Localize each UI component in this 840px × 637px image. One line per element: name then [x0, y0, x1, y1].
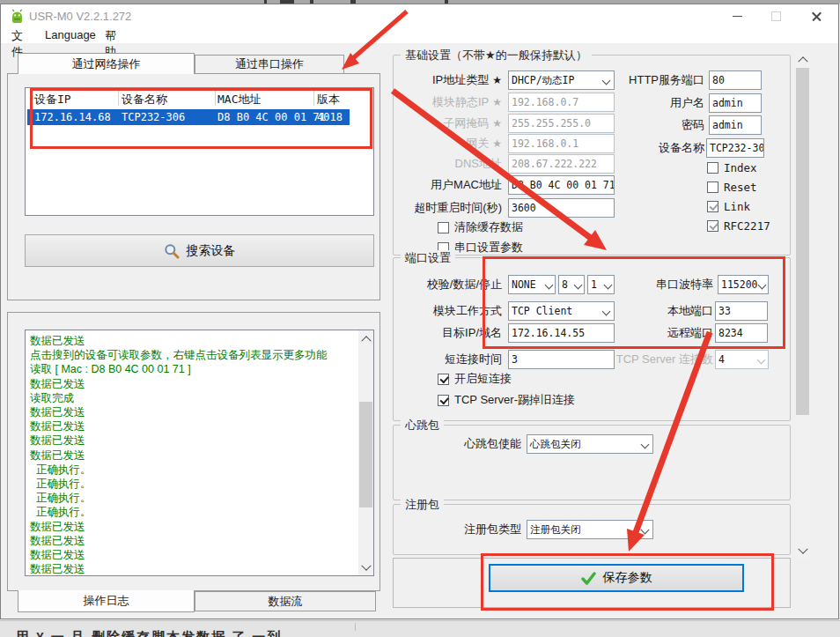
port-settings-title: 端口设置 — [401, 250, 455, 266]
short-connection-checkbox-row[interactable]: 开启短连接 — [438, 373, 512, 385]
kick-old-connection-checkbox[interactable] — [438, 395, 449, 406]
background-window-text-fragments: 用 ¥ 一 旦 删除缓存脚本发数据 了 一到 — [16, 629, 835, 637]
scrollbar-thumb[interactable] — [796, 68, 809, 415]
log-line: 正确执行。 — [26, 491, 373, 505]
password-field[interactable]: admin — [709, 115, 762, 135]
chevron-down-icon — [361, 560, 371, 570]
log-line: 点击搜到的设备可读取参数，右键点击设备列表显示更多功能 — [26, 348, 373, 362]
remote-port-field[interactable]: 8234 — [715, 323, 768, 343]
log-line: 数据已发送 — [26, 419, 373, 433]
base-settings-title: 基础设置（不带★的一般保持默认） — [401, 48, 592, 63]
short-connection-checkbox[interactable] — [438, 374, 449, 385]
kick-old-connection-checkbox-row[interactable]: TCP Server-踢掉旧连接 — [438, 394, 575, 406]
tab-operation-log[interactable]: 操作日志 — [18, 590, 195, 612]
column-header-version[interactable]: 版本 — [317, 92, 340, 107]
rfc2217-checkbox-row[interactable]: RFC2217 — [707, 219, 770, 232]
device-row-selected[interactable]: 172.16.14.68 TCP232-306 D8 B0 4C 00 01 7… — [27, 109, 350, 125]
index-label: Index — [724, 161, 757, 174]
star-icon: ★ — [492, 137, 502, 150]
serial-params-label: 串口设置参数 — [454, 240, 523, 256]
scroll-down-button[interactable] — [795, 544, 810, 559]
local-port-label: 本地端口 — [586, 301, 713, 321]
http-port-field[interactable]: 80 — [709, 70, 762, 90]
link-checkbox-row[interactable]: Link — [707, 200, 750, 212]
device-ip: 172.16.14.68 — [34, 111, 111, 123]
heartbeat-title: 心跳包 — [401, 418, 444, 433]
device-mac: D8 B0 4C 00 01 71 — [217, 111, 326, 123]
rfc2217-label: RFC2217 — [724, 219, 770, 233]
link-label: Link — [724, 200, 750, 213]
title-bar: USR-M0 V2.2.1.272 文件 Language 帮助 — [1, 4, 838, 43]
remote-port-label: 远程端口 — [586, 323, 713, 343]
minimize-button[interactable] — [718, 4, 757, 28]
baud-rate-label: 串口波特率 — [586, 275, 713, 294]
search-icon — [164, 243, 180, 259]
subnet-label: 子网掩码★ — [370, 114, 502, 133]
register-type-select[interactable]: 注册包关闭 — [527, 520, 653, 539]
log-line: 数据已发送 — [26, 562, 373, 576]
column-header-mac[interactable]: MAC地址 — [217, 92, 261, 107]
short-connection-time-label: 短连接时间 — [370, 350, 502, 369]
chevron-down-icon — [798, 544, 807, 553]
log-line: 正确执行。 — [26, 463, 373, 477]
search-device-button[interactable]: 搜索设备 — [25, 234, 374, 267]
device-name-label: 设备名称 — [577, 138, 704, 158]
reset-checkbox-row[interactable]: Reset — [707, 181, 757, 193]
log-line: 数据已发送 — [26, 520, 373, 534]
parity-data-stop-label: 校验/数据/停止 — [370, 275, 502, 294]
index-checkbox[interactable] — [707, 162, 718, 174]
tab-data-stream[interactable]: 数据流 — [195, 591, 376, 611]
device-list: 设备IP 设备名称 MAC地址 版本 172.16.14.68 TCP232-3… — [25, 87, 374, 216]
window-title: USR-M0 V2.2.1.272 — [29, 10, 131, 23]
save-params-button[interactable]: 保存参数 — [489, 564, 744, 592]
static-ip-label: 模块静态IP★ — [370, 93, 502, 112]
gateway-label: 网关★ — [370, 134, 502, 153]
menu-language[interactable]: Language — [45, 28, 96, 41]
clear-cache-checkbox-row[interactable]: 清除缓存数据 — [438, 221, 523, 233]
link-checkbox[interactable] — [707, 201, 718, 212]
heartbeat-enable-select[interactable]: 心跳包关闭 — [527, 434, 653, 454]
reset-checkbox[interactable] — [707, 181, 718, 193]
rfc2217-checkbox[interactable] — [707, 220, 718, 232]
databits-select[interactable]: 8 — [558, 275, 585, 294]
log-line: 数据已发送 — [26, 448, 373, 463]
user-mac-field[interactable]: D8 B0 4C 00 01 71 — [508, 175, 615, 195]
scroll-down-button[interactable] — [358, 560, 373, 575]
reset-label: Reset — [724, 181, 757, 194]
local-port-field[interactable]: 33 — [715, 301, 768, 321]
username-field[interactable]: admin — [709, 93, 762, 113]
app-icon — [10, 9, 25, 24]
log-line: 数据已发送 — [26, 548, 373, 562]
settings-scrollbar[interactable] — [795, 51, 810, 559]
minimize-icon — [733, 16, 742, 17]
clear-cache-checkbox[interactable] — [438, 222, 449, 233]
username-label: 用户名 — [577, 93, 704, 113]
chevron-down-icon — [641, 526, 650, 535]
tcp-server-connections-select[interactable]: 4 — [715, 350, 769, 369]
star-icon: ★ — [492, 74, 502, 86]
chevron-down-icon — [758, 281, 767, 290]
close-button[interactable] — [797, 4, 836, 28]
baud-rate-select[interactable]: 115200 — [718, 275, 769, 294]
tab-serial-operation[interactable]: 通过串口操作 — [195, 55, 344, 74]
close-icon — [811, 11, 822, 22]
parity-select[interactable]: NONE — [508, 275, 556, 294]
save-params-label: 保存参数 — [603, 570, 652, 586]
kick-old-connection-label: TCP Server-踢掉旧连接 — [454, 392, 575, 408]
maximize-button[interactable] — [756, 4, 796, 28]
scroll-up-button[interactable] — [795, 51, 810, 66]
chevron-down-icon — [545, 281, 554, 290]
index-checkbox-row[interactable]: Index — [707, 161, 757, 174]
timeout-field[interactable]: 3600 — [508, 198, 615, 218]
column-header-name[interactable]: 设备名称 — [122, 92, 167, 107]
search-device-label: 搜索设备 — [187, 243, 236, 259]
operation-log[interactable]: 数据已发送 点击搜到的设备可读取参数，右键点击设备列表显示更多功能 读取 [ M… — [25, 330, 374, 576]
log-line: 数据已发送 — [26, 334, 373, 348]
log-line: 数据已发送 — [26, 433, 373, 448]
user-mac-label: 用户MAC地址 — [370, 175, 502, 195]
column-header-ip[interactable]: 设备IP — [34, 92, 71, 107]
register-title: 注册包 — [401, 497, 444, 513]
device-name-field[interactable]: TCP232-30 — [706, 138, 764, 158]
scrollbar-thumb[interactable] — [359, 402, 372, 507]
tab-network-operation[interactable]: 通过网络操作 — [18, 53, 195, 74]
